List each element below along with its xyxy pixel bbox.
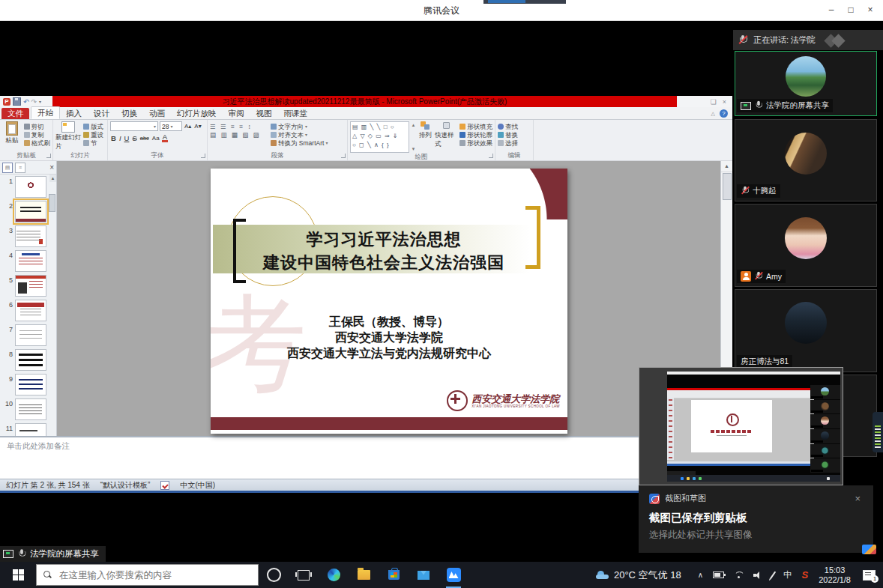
close-button[interactable]: × (861, 0, 880, 20)
layout-button[interactable]: 版式 (83, 123, 103, 130)
scroll-up-icon[interactable]: ▲ (721, 161, 732, 172)
tray-expand-icon[interactable]: ∧ (698, 571, 703, 579)
maximize-button[interactable]: □ (841, 0, 861, 20)
tab-transitions[interactable]: 切换 (115, 108, 143, 119)
dialog-launcher-icon[interactable] (341, 154, 346, 158)
slide-thumbnail-11[interactable]: 11 (0, 423, 56, 436)
slide-thumbnail-image[interactable] (15, 250, 46, 272)
copy-button[interactable]: 复制 (24, 131, 51, 139)
outline-tab-icon[interactable]: ≡ (15, 163, 25, 173)
panel-close-icon[interactable]: × (49, 163, 54, 172)
language-label[interactable]: 中文(中国) (180, 480, 215, 491)
taskbar-clock[interactable]: 15:03 2022/1/8 (819, 566, 851, 585)
edge-button[interactable] (319, 562, 349, 588)
dialog-launcher-icon[interactable] (46, 154, 51, 158)
snip-notification[interactable]: 截图和草图 × 截图已保存到剪贴板 选择此处标记并共享图像 (639, 485, 873, 553)
slide-thumbnail-image[interactable] (15, 324, 46, 346)
slide-thumbnail-6[interactable]: 6 (0, 300, 56, 324)
paste-button[interactable]: 粘贴 (2, 121, 22, 151)
qat-dropdown-icon[interactable]: ▾ (39, 99, 41, 104)
notification-close-icon[interactable]: × (852, 493, 863, 504)
arrange-button[interactable]: 排列 (418, 121, 433, 153)
taskbar-search[interactable] (36, 564, 259, 586)
search-input[interactable] (58, 569, 241, 581)
slide-canvas[interactable]: 考 学习习近平法治思想 建设中国特色社会主义法治强国 王保民（教授、博导） 西安… (211, 169, 567, 434)
ppt-close-icon[interactable]: × (723, 98, 726, 106)
start-button[interactable] (0, 562, 36, 588)
tab-design[interactable]: 设计 (88, 108, 115, 119)
slide-thumbnail-image[interactable] (15, 300, 46, 321)
volume-level-widget[interactable] (873, 412, 883, 452)
font-color-button[interactable]: A (162, 133, 168, 142)
slide-thumbnail-9[interactable]: 9 (0, 374, 56, 398)
underline-button[interactable]: U (124, 134, 130, 142)
grow-font-icon[interactable]: A▴ (184, 123, 192, 130)
tab-view[interactable]: 视图 (250, 108, 278, 119)
pen-icon[interactable] (770, 571, 777, 579)
participant-tile-4[interactable]: 房正博法与81 (735, 289, 877, 372)
dialog-launcher-icon[interactable] (489, 154, 493, 158)
participant-tile-amy[interactable]: Amy (735, 204, 877, 287)
battery-icon[interactable] (713, 572, 724, 578)
mail-button[interactable] (409, 562, 439, 588)
bold-button[interactable]: B (110, 134, 117, 142)
participant-tile-lawschool[interactable]: 法学院的屏幕共享 (735, 51, 877, 116)
align-icons[interactable]: ▤ ▥ ▦ ▧ ▨ (210, 131, 268, 139)
help-icon[interactable]: ? (720, 109, 728, 118)
smartart-button[interactable]: 转换为 SmartArt▾ (271, 139, 328, 147)
shadow-button[interactable]: abc (139, 135, 150, 142)
bullets-numbering-icons[interactable]: ☰ ☰ ≡ ≡ ↕ (210, 123, 268, 130)
slide-thumbnail-10[interactable]: 10 (0, 398, 56, 423)
slide-thumbnail-3[interactable]: 3 (0, 225, 56, 250)
scrollbar-thumb[interactable] (723, 173, 732, 200)
ppt-restore-icon[interactable]: ❏ (711, 98, 717, 106)
shape-effects-button[interactable]: 形状效果 (459, 139, 492, 147)
notification-subtitle[interactable]: 选择此处标记并共享图像 (649, 529, 863, 542)
action-center-icon[interactable]: 1 (863, 570, 876, 581)
slide-thumbnail-image[interactable] (15, 176, 46, 198)
font-name-combo[interactable]: ▾ (110, 121, 158, 131)
undo-icon[interactable]: ↶ (23, 98, 29, 106)
shapes-scroll[interactable]: ▲▼ (412, 121, 416, 153)
ribbon-collapse-icon[interactable]: △ (711, 111, 715, 117)
shapes-gallery[interactable]: ▤ ▥ ╲ ╲ □ ○ △ ▽ ◇ ▭ ⇒ ⇓ ○ ◻ ╲ ∧ { } (350, 121, 409, 153)
slide-thumbnail-image[interactable] (15, 275, 46, 297)
cortana-button[interactable] (259, 562, 289, 588)
tencent-meeting-button[interactable] (439, 562, 468, 588)
tab-rainclass[interactable]: 雨课堂 (278, 108, 314, 119)
task-view-button[interactable] (289, 562, 319, 588)
slide-thumbnail-5[interactable]: 5 (0, 275, 56, 300)
reset-button[interactable]: 重设 (83, 131, 103, 139)
replace-button[interactable]: 替换 (498, 131, 518, 139)
tab-slideshow[interactable]: 幻灯片放映 (171, 108, 223, 119)
slide-thumbnail-image[interactable] (15, 374, 46, 395)
tab-animations[interactable]: 动画 (143, 108, 171, 119)
save-icon[interactable] (13, 97, 21, 106)
slide-thumbnail-7[interactable]: 7 (0, 324, 56, 349)
text-direction-button[interactable]: 文字方向▾ (271, 123, 328, 130)
new-slide-button[interactable]: 新建幻灯片 (55, 121, 81, 151)
speaker-icon[interactable] (753, 572, 762, 579)
spellcheck-icon[interactable] (160, 481, 169, 490)
redo-icon[interactable]: ↷ (31, 98, 37, 106)
align-text-button[interactable]: 对齐文本▾ (271, 131, 328, 139)
dialog-launcher-icon[interactable] (201, 154, 205, 158)
notes-pane[interactable]: 单击此处添加备注 (0, 436, 732, 479)
italic-button[interactable]: I (118, 134, 122, 142)
format-painter-button[interactable]: 格式刷 (24, 139, 51, 147)
slide-thumbnail-image[interactable] (15, 398, 46, 420)
slide-thumbnail-1[interactable]: 1 (0, 176, 56, 201)
wifi-icon[interactable] (734, 572, 744, 579)
change-case-button[interactable]: Aa (151, 135, 160, 142)
shrink-font-icon[interactable]: A▾ (193, 123, 202, 130)
slides-tab-icon[interactable]: ▤ (2, 163, 13, 173)
slide-thumbnail-4[interactable]: 4 (0, 250, 56, 275)
slide-thumbnail-2[interactable]: 2 (0, 201, 56, 225)
slide-thumbnail-8[interactable]: 8 (0, 349, 56, 374)
strikethrough-button[interactable]: S (131, 134, 137, 142)
font-size-combo[interactable]: 28▾ (160, 121, 182, 131)
select-button[interactable]: 选择 (498, 139, 518, 147)
slide-thumbnail-image[interactable] (15, 423, 46, 436)
section-button[interactable]: 节 (83, 139, 103, 147)
tab-home[interactable]: 开始 (31, 106, 60, 119)
